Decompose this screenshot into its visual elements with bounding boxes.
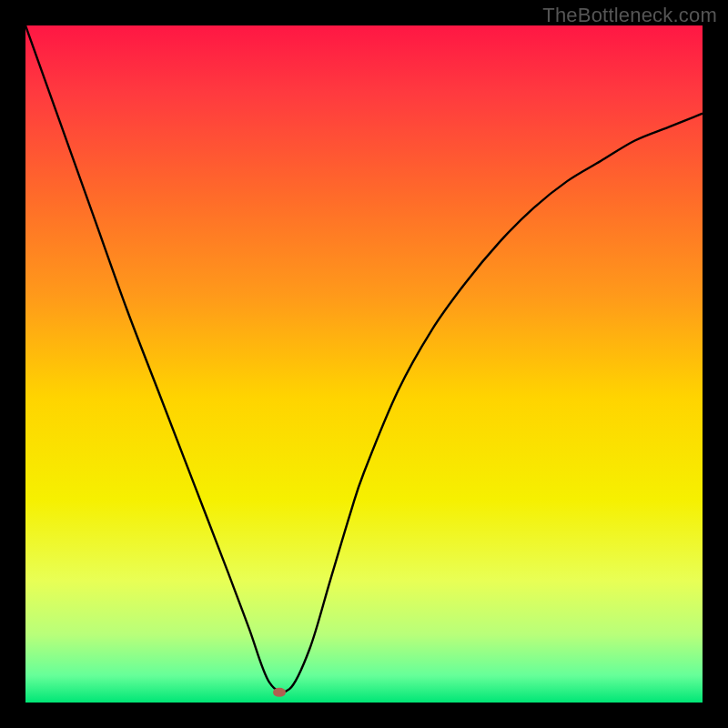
- watermark-text: TheBottleneck.com: [542, 4, 717, 27]
- chart-frame: TheBottleneck.com: [0, 0, 728, 728]
- plot-area: [25, 25, 703, 703]
- gradient-background: [25, 25, 703, 703]
- optimal-point-marker: [273, 688, 286, 697]
- chart-svg: [25, 25, 703, 703]
